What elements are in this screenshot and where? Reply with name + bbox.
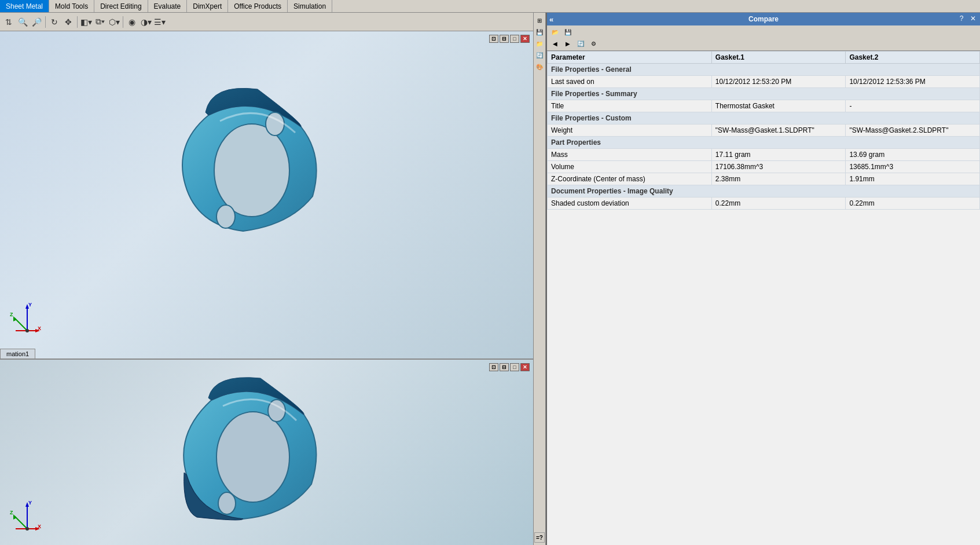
compare-toolbar: 📂 💾 ◀ ▶ 🔄 ⚙	[547, 25, 980, 51]
col-gasket2: Gasket.2	[846, 52, 980, 64]
svg-text:Y: Y	[28, 500, 32, 506]
toolbar-fit-btn[interactable]: ⇅	[2, 16, 15, 28]
compare-title: Compare	[748, 15, 779, 23]
menu-direct-editing[interactable]: Direct Editing	[94, 0, 148, 12]
viewport-top[interactable]: ⊡ ⊟ □ ✕	[0, 31, 533, 360]
restore-btn-top[interactable]: ⊡	[489, 35, 498, 43]
ct-refresh-btn[interactable]: 🔄	[575, 38, 586, 49]
svg-text:Y: Y	[28, 302, 32, 308]
table-header-row: Parameter Gasket.1 Gasket.2	[548, 52, 980, 64]
table-row: Last saved on10/12/2012 12:53:20 PM10/12…	[548, 76, 980, 88]
toolbar-display-btn[interactable]: ⧉▾	[94, 16, 107, 28]
col-gasket1: Gasket.1	[711, 52, 846, 64]
table-section-header: File Properties - Summary	[548, 88, 980, 100]
svg-point-15	[218, 492, 236, 514]
side-strip: ⊞ 💾 📁 🔄 🎨 =?	[533, 13, 546, 545]
compare-table[interactable]: Parameter Gasket.1 Gasket.2 File Propert…	[547, 51, 980, 545]
compare-toolbar-row-2: ◀ ▶ 🔄 ⚙	[549, 38, 978, 49]
menu-evaluate[interactable]: Evaluate	[148, 0, 188, 12]
table-section-header: Document Properties - Image Quality	[548, 185, 980, 197]
compare-close-btn[interactable]: ✕	[968, 14, 978, 23]
win-controls-top: ⊡ ⊟ □ ✕	[489, 35, 530, 43]
table-row: Weight"SW-Mass@Gasket.1.SLDPRT""SW-Mass@…	[548, 125, 980, 137]
table-row: Volume17106.38mm^313685.1mm^3	[548, 161, 980, 173]
side-btn-3[interactable]: 📁	[534, 38, 545, 49]
toolbar-zoom-out-btn[interactable]: 🔎	[30, 16, 43, 28]
toolbar-render-btn[interactable]: ⬡▾	[108, 16, 120, 28]
axis-indicator-bottom: Y X Z	[9, 499, 46, 536]
menu-office-products[interactable]: Office Products	[228, 0, 288, 12]
ct-save-btn[interactable]: 💾	[562, 27, 574, 37]
compare-help-btn[interactable]: ?	[957, 14, 966, 23]
side-btn-1[interactable]: ⊞	[534, 15, 545, 25]
toolbar-section-btn[interactable]: ☰▾	[153, 16, 166, 28]
close-btn-bottom[interactable]: ✕	[520, 363, 530, 371]
restore-btn-bottom[interactable]: ⊡	[489, 363, 498, 371]
side-btn-help[interactable]: =?	[534, 532, 545, 543]
ct-settings-btn[interactable]: ⚙	[588, 38, 599, 49]
menu-dimxpert[interactable]: DimXpert	[187, 0, 228, 12]
toolbar-lights-btn[interactable]: ◑▾	[140, 16, 152, 28]
main-toolbar: ⇅ 🔍 🔎 ↻ ✥ ◧▾ ⧉▾ ⬡▾ ◉ ◑▾ ☰▾	[0, 13, 533, 31]
svg-point-13	[216, 412, 289, 502]
max-btn-top[interactable]: □	[510, 35, 519, 43]
table-row: Z-Coordinate (Center of mass)2.38mm1.91m…	[548, 173, 980, 185]
svg-marker-23	[13, 514, 17, 520]
toolbar-zoom-in-btn[interactable]: 🔍	[16, 16, 29, 28]
comparison-data-table: Parameter Gasket.1 Gasket.2 File Propert…	[547, 51, 980, 210]
toolbar-sep-1	[45, 16, 46, 28]
ct-back-btn[interactable]: ◀	[549, 38, 561, 49]
svg-text:X: X	[38, 325, 41, 331]
gasket-model-bottom	[162, 371, 347, 545]
side-btn-2[interactable]: 💾	[534, 27, 545, 37]
compare-header: « Compare ? ✕	[547, 13, 980, 25]
table-section-header: Part Properties	[548, 137, 980, 149]
svg-text:X: X	[38, 524, 41, 529]
win-controls-bottom: ⊡ ⊟ □ ✕	[489, 363, 530, 371]
table-row: Shaded custom deviation0.22mm0.22mm	[548, 197, 980, 210]
toolbar-sep-2	[77, 16, 78, 28]
viewport-area: ⇅ 🔍 🔎 ↻ ✥ ◧▾ ⧉▾ ⬡▾ ◉ ◑▾ ☰▾ ⊡ ⊟ □ ✕	[0, 13, 533, 545]
ct-open-btn[interactable]: 📂	[549, 27, 561, 37]
svg-point-0	[214, 124, 289, 217]
svg-point-2	[216, 205, 235, 228]
compare-header-controls: ? ✕	[957, 14, 978, 23]
collapse-btn[interactable]: «	[549, 15, 553, 24]
toolbar-shade-btn[interactable]: ◉	[126, 16, 138, 28]
side-btn-5[interactable]: 🎨	[534, 61, 545, 72]
svg-point-12	[25, 329, 29, 332]
gasket-model-top	[162, 81, 347, 266]
menu-bar: Sheet Metal Mold Tools Direct Editing Ev…	[0, 0, 980, 13]
svg-marker-10	[13, 316, 17, 321]
viewport-bottom[interactable]: ⊡ ⊟ □ ✕	[0, 360, 533, 545]
table-row: TitleThermostat Gasket-	[548, 100, 980, 112]
max-btn-bottom[interactable]: □	[510, 363, 519, 371]
menu-simulation[interactable]: Simulation	[288, 0, 332, 12]
compare-toolbar-row-1: 📂 💾	[549, 27, 978, 37]
viewport-tab-top[interactable]: mation1	[0, 349, 35, 359]
main-layout: ⇅ 🔍 🔎 ↻ ✥ ◧▾ ⧉▾ ⬡▾ ◉ ◑▾ ☰▾ ⊡ ⊟ □ ✕	[0, 13, 980, 545]
close-btn-top[interactable]: ✕	[520, 35, 530, 43]
toolbar-pan-btn[interactable]: ✥	[62, 16, 75, 28]
compare-panel: « Compare ? ✕ 📂 💾 ◀ ▶ 🔄 ⚙	[546, 13, 980, 545]
svg-text:Z: Z	[10, 510, 13, 515]
side-btn-4[interactable]: 🔄	[534, 50, 545, 60]
col-parameter: Parameter	[548, 52, 712, 64]
svg-text:Z: Z	[10, 312, 13, 317]
table-section-header: File Properties - Custom	[548, 112, 980, 125]
min-btn-top[interactable]: ⊟	[500, 35, 509, 43]
ct-forward-btn[interactable]: ▶	[562, 38, 574, 49]
toolbar-sep-3	[123, 16, 123, 28]
menu-sheet-metal[interactable]: Sheet Metal	[0, 0, 49, 12]
svg-point-25	[25, 527, 29, 531]
min-btn-bottom[interactable]: ⊟	[500, 363, 509, 371]
toolbar-rotate-btn[interactable]: ↻	[48, 16, 61, 28]
table-row: Mass17.11 gram13.69 gram	[548, 149, 980, 161]
toolbar-view-btn[interactable]: ◧▾	[80, 16, 93, 28]
axis-indicator-top: Y X Z	[9, 301, 46, 338]
table-section-header: File Properties - General	[548, 64, 980, 76]
menu-mold-tools[interactable]: Mold Tools	[49, 0, 94, 12]
